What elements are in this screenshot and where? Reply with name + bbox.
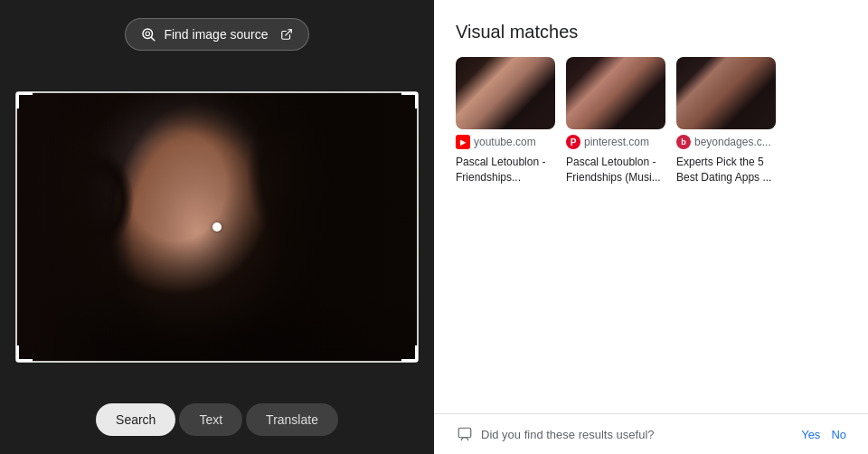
match-source-name-3: beyondages.c...	[694, 136, 771, 148]
find-image-source-label: Find image source	[164, 27, 268, 42]
match-source-1: ▶ youtube.com	[456, 135, 555, 149]
image-container	[15, 91, 419, 363]
match-title-3: Experts Pick the 5 Best Dating Apps ...	[676, 155, 776, 185]
match-source-3: b beyondages.c...	[676, 135, 776, 149]
translate-tab-button[interactable]: Translate	[246, 403, 338, 436]
feedback-actions: Yes No	[801, 428, 846, 441]
match-title-1: Pascal Letoublon - Friendships...	[456, 155, 555, 185]
match-source-name-1: youtube.com	[474, 136, 536, 148]
feedback-bar: Did you find these results useful? Yes N…	[434, 413, 868, 454]
match-title-2: Pascal Letoublon - Friendships (Musi...	[566, 155, 665, 185]
left-panel: Find image source Search Text Translate	[0, 0, 434, 454]
youtube-icon: ▶	[456, 135, 470, 149]
lens-icon	[140, 26, 156, 43]
bottom-toolbar: Search Text Translate	[96, 403, 338, 436]
match-source-name-2: pinterest.com	[584, 136, 649, 148]
svg-point-1	[146, 32, 150, 36]
find-image-source-button[interactable]: Find image source	[125, 18, 308, 51]
external-link-icon	[279, 27, 294, 42]
feedback-no-button[interactable]: No	[831, 428, 846, 441]
match-thumb-1	[456, 57, 555, 129]
match-source-2: P pinterest.com	[566, 135, 665, 149]
search-tab-button[interactable]: Search	[96, 403, 175, 436]
feedback-icon	[456, 425, 474, 443]
feedback-question-area: Did you find these results useful?	[456, 425, 655, 443]
match-card-3[interactable]: b beyondages.c... Experts Pick the 5 Bes…	[676, 57, 776, 185]
text-tab-button[interactable]: Text	[179, 403, 242, 436]
right-panel: Visual matches ▶ youtube.com Pascal Leto…	[434, 0, 868, 454]
matches-grid: ▶ youtube.com Pascal Letoublon - Friends…	[456, 57, 846, 185]
pinterest-icon: P	[566, 135, 580, 149]
match-thumb-3	[676, 57, 776, 129]
feedback-yes-button[interactable]: Yes	[801, 428, 820, 441]
match-card-2[interactable]: P pinterest.com Pascal Letoublon - Frien…	[566, 57, 665, 185]
portrait-image	[15, 91, 419, 363]
match-thumb-2	[566, 57, 665, 129]
visual-matches-title: Visual matches	[456, 22, 846, 43]
beyondages-icon: b	[676, 135, 691, 149]
svg-rect-2	[458, 428, 471, 438]
match-card-1[interactable]: ▶ youtube.com Pascal Letoublon - Friends…	[456, 57, 555, 185]
svg-point-0	[143, 29, 153, 39]
feedback-question-text: Did you find these results useful?	[481, 428, 655, 441]
